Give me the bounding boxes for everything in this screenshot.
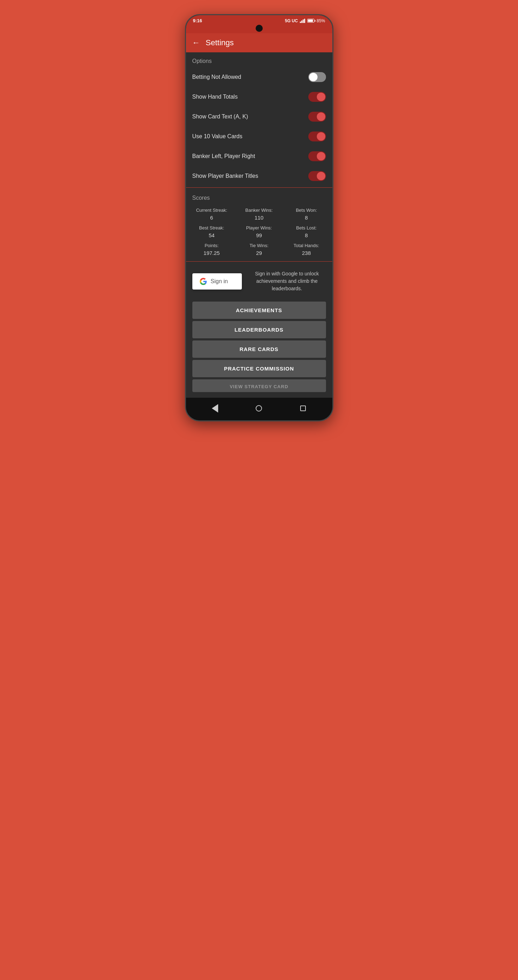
achievements-button[interactable]: ACHIEVEMENTS	[192, 302, 326, 319]
option-label-card-text: Show Card Text (A, K)	[192, 113, 248, 120]
score-label-total-hands: Total Hands:	[293, 242, 319, 249]
toggle-player-banker[interactable]	[308, 171, 326, 181]
score-tie-wins: Tie Wins: 29	[236, 242, 282, 257]
status-bar: 9:16 5G UC 85%	[186, 15, 332, 25]
option-10-value-cards: Use 10 Value Cards	[186, 127, 332, 146]
page-title: Settings	[206, 38, 234, 48]
toggle-card-text[interactable]	[308, 112, 326, 122]
score-value-player-wins: 99	[256, 232, 262, 240]
score-value-current-streak: 6	[210, 214, 213, 222]
option-label-betting: Betting Not Allowed	[192, 74, 242, 80]
option-show-hand-totals: Show Hand Totals	[186, 87, 332, 107]
toggle-hand-totals[interactable]	[308, 92, 326, 102]
score-banker-wins: Banker Wins: 110	[236, 207, 282, 222]
option-show-card-text: Show Card Text (A, K)	[186, 107, 332, 127]
option-label-hand-totals: Show Hand Totals	[192, 94, 238, 100]
option-label-banker-left: Banker Left, Player Right	[192, 153, 255, 159]
back-nav-icon	[212, 404, 218, 412]
option-label-player-banker: Show Player Banker Titles	[192, 173, 258, 179]
score-value-bets-won: 8	[305, 214, 308, 222]
score-points: Points: 197.25	[189, 242, 235, 257]
app-header: ← Settings	[186, 33, 332, 52]
score-label-current-streak: Current Streak:	[196, 207, 227, 214]
home-nav-icon	[256, 405, 262, 412]
battery-icon	[307, 19, 314, 22]
score-label-bets-lost: Bets Lost:	[296, 224, 317, 232]
signin-button-label: Sign in	[211, 278, 228, 285]
score-label-best-streak: Best Streak:	[199, 224, 224, 232]
score-value-points: 197.25	[204, 249, 220, 258]
phone-frame: 9:16 5G UC 85% ← Settings Options Bettin	[185, 14, 333, 422]
google-signin-button[interactable]: Sign in	[192, 273, 242, 290]
nav-back-button[interactable]	[210, 403, 220, 413]
score-best-streak: Best Streak: 54	[189, 224, 235, 239]
notch-area	[186, 25, 332, 33]
scores-section-header: Scores	[186, 189, 332, 204]
practice-commission-button[interactable]: PRACTICE COMMISSION	[192, 360, 326, 377]
signal-icon	[300, 19, 305, 23]
option-label-10-value: Use 10 Value Cards	[192, 133, 242, 140]
rare-cards-button[interactable]: RARE CARDS	[192, 340, 326, 358]
nav-recents-button[interactable]	[298, 403, 308, 413]
view-strategy-button[interactable]: VIEW STRATEGY CARD	[192, 379, 326, 392]
toggle-10-value[interactable]	[308, 132, 326, 142]
toggle-betting[interactable]	[308, 72, 326, 82]
score-label-player-wins: Player Wins:	[246, 224, 272, 232]
score-label-points: Points:	[205, 242, 219, 249]
camera-notch	[256, 25, 263, 32]
scores-grid: Current Streak: 6 Banker Wins: 110 Bets …	[186, 204, 332, 260]
score-label-bets-won: Bets Won:	[296, 207, 317, 214]
score-value-total-hands: 238	[302, 249, 311, 258]
score-player-wins: Player Wins: 99	[236, 224, 282, 239]
score-value-tie-wins: 29	[256, 249, 262, 258]
nav-home-button[interactable]	[254, 403, 264, 413]
option-player-banker-titles: Show Player Banker Titles	[186, 166, 332, 186]
score-label-tie-wins: Tie Wins:	[250, 242, 269, 249]
time-display: 9:16	[193, 18, 202, 23]
option-banker-left: Banker Left, Player Right	[186, 146, 332, 166]
options-section-header: Options	[186, 52, 332, 67]
network-label: 5G UC	[285, 18, 298, 23]
bottom-nav	[186, 398, 332, 420]
score-bets-won: Bets Won: 8	[284, 207, 330, 222]
signin-description: Sign in with Google to unlock achievemen…	[248, 270, 326, 293]
google-signin-area: Sign in Sign in with Google to unlock ac…	[186, 263, 332, 299]
score-value-banker-wins: 110	[255, 214, 263, 222]
recents-nav-icon	[300, 406, 306, 411]
score-label-banker-wins: Banker Wins:	[245, 207, 273, 214]
score-value-bets-lost: 8	[305, 232, 308, 240]
google-logo-icon	[199, 277, 207, 285]
leaderboards-button[interactable]: LEADERBOARDS	[192, 321, 326, 338]
score-value-best-streak: 54	[209, 232, 215, 240]
option-betting-not-allowed: Betting Not Allowed	[186, 67, 332, 87]
score-bets-lost: Bets Lost: 8	[284, 224, 330, 239]
toggle-banker-left[interactable]	[308, 151, 326, 161]
settings-content: Options Betting Not Allowed Show Hand To…	[186, 52, 332, 398]
divider-scores-signin	[186, 261, 332, 262]
score-current-streak: Current Streak: 6	[189, 207, 235, 222]
score-total-hands: Total Hands: 238	[284, 242, 330, 257]
battery-label: 85%	[316, 18, 325, 23]
back-button[interactable]: ←	[192, 39, 200, 47]
